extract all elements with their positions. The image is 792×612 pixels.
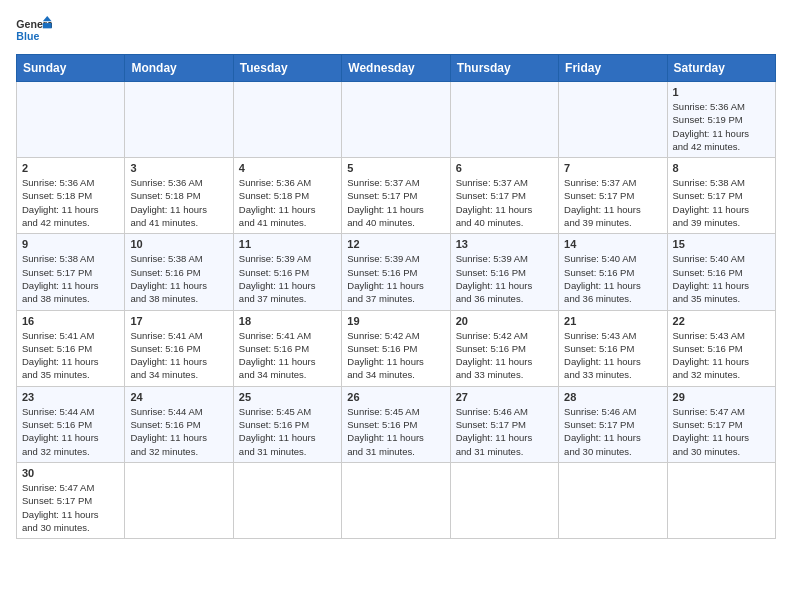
svg-marker-3: [43, 23, 52, 28]
calendar-cell: 23Sunrise: 5:44 AM Sunset: 5:16 PM Dayli…: [17, 386, 125, 462]
day-number: 16: [22, 315, 119, 327]
weekday-header-tuesday: Tuesday: [233, 55, 341, 82]
page-header: General Blue: [16, 16, 776, 46]
calendar-cell: 8Sunrise: 5:38 AM Sunset: 5:17 PM Daylig…: [667, 158, 775, 234]
calendar-cell: 24Sunrise: 5:44 AM Sunset: 5:16 PM Dayli…: [125, 386, 233, 462]
calendar-week-row: 23Sunrise: 5:44 AM Sunset: 5:16 PM Dayli…: [17, 386, 776, 462]
day-number: 5: [347, 162, 444, 174]
day-info: Sunrise: 5:38 AM Sunset: 5:17 PM Dayligh…: [22, 252, 119, 305]
calendar-cell: 13Sunrise: 5:39 AM Sunset: 5:16 PM Dayli…: [450, 234, 558, 310]
calendar-cell: 29Sunrise: 5:47 AM Sunset: 5:17 PM Dayli…: [667, 386, 775, 462]
day-info: Sunrise: 5:36 AM Sunset: 5:18 PM Dayligh…: [239, 176, 336, 229]
calendar-cell: 5Sunrise: 5:37 AM Sunset: 5:17 PM Daylig…: [342, 158, 450, 234]
day-info: Sunrise: 5:45 AM Sunset: 5:16 PM Dayligh…: [347, 405, 444, 458]
calendar-cell: 26Sunrise: 5:45 AM Sunset: 5:16 PM Dayli…: [342, 386, 450, 462]
day-number: 4: [239, 162, 336, 174]
calendar-table: SundayMondayTuesdayWednesdayThursdayFrid…: [16, 54, 776, 539]
day-info: Sunrise: 5:36 AM Sunset: 5:18 PM Dayligh…: [22, 176, 119, 229]
calendar-week-row: 2Sunrise: 5:36 AM Sunset: 5:18 PM Daylig…: [17, 158, 776, 234]
calendar-week-row: 30Sunrise: 5:47 AM Sunset: 5:17 PM Dayli…: [17, 462, 776, 538]
calendar-week-row: 16Sunrise: 5:41 AM Sunset: 5:16 PM Dayli…: [17, 310, 776, 386]
day-number: 25: [239, 391, 336, 403]
calendar-week-row: 1Sunrise: 5:36 AM Sunset: 5:19 PM Daylig…: [17, 82, 776, 158]
calendar-cell: 3Sunrise: 5:36 AM Sunset: 5:18 PM Daylig…: [125, 158, 233, 234]
day-number: 1: [673, 86, 770, 98]
calendar-cell: 11Sunrise: 5:39 AM Sunset: 5:16 PM Dayli…: [233, 234, 341, 310]
day-info: Sunrise: 5:36 AM Sunset: 5:18 PM Dayligh…: [130, 176, 227, 229]
calendar-cell: 30Sunrise: 5:47 AM Sunset: 5:17 PM Dayli…: [17, 462, 125, 538]
day-number: 13: [456, 238, 553, 250]
calendar-cell: [559, 82, 667, 158]
day-number: 2: [22, 162, 119, 174]
day-info: Sunrise: 5:46 AM Sunset: 5:17 PM Dayligh…: [564, 405, 661, 458]
calendar-cell: [342, 462, 450, 538]
calendar-cell: [125, 462, 233, 538]
calendar-cell: 18Sunrise: 5:41 AM Sunset: 5:16 PM Dayli…: [233, 310, 341, 386]
calendar-cell: 25Sunrise: 5:45 AM Sunset: 5:16 PM Dayli…: [233, 386, 341, 462]
calendar-cell: [17, 82, 125, 158]
day-number: 12: [347, 238, 444, 250]
calendar-cell: 10Sunrise: 5:38 AM Sunset: 5:16 PM Dayli…: [125, 234, 233, 310]
weekday-header-wednesday: Wednesday: [342, 55, 450, 82]
day-info: Sunrise: 5:46 AM Sunset: 5:17 PM Dayligh…: [456, 405, 553, 458]
day-number: 22: [673, 315, 770, 327]
day-number: 24: [130, 391, 227, 403]
day-info: Sunrise: 5:42 AM Sunset: 5:16 PM Dayligh…: [347, 329, 444, 382]
day-info: Sunrise: 5:37 AM Sunset: 5:17 PM Dayligh…: [456, 176, 553, 229]
day-number: 19: [347, 315, 444, 327]
day-info: Sunrise: 5:39 AM Sunset: 5:16 PM Dayligh…: [239, 252, 336, 305]
calendar-cell: [559, 462, 667, 538]
calendar-week-row: 9Sunrise: 5:38 AM Sunset: 5:17 PM Daylig…: [17, 234, 776, 310]
calendar-cell: 9Sunrise: 5:38 AM Sunset: 5:17 PM Daylig…: [17, 234, 125, 310]
calendar-cell: [342, 82, 450, 158]
day-number: 26: [347, 391, 444, 403]
logo: General Blue: [16, 16, 52, 46]
day-info: Sunrise: 5:41 AM Sunset: 5:16 PM Dayligh…: [239, 329, 336, 382]
calendar-cell: 4Sunrise: 5:36 AM Sunset: 5:18 PM Daylig…: [233, 158, 341, 234]
day-number: 30: [22, 467, 119, 479]
calendar-cell: 20Sunrise: 5:42 AM Sunset: 5:16 PM Dayli…: [450, 310, 558, 386]
day-number: 17: [130, 315, 227, 327]
day-number: 23: [22, 391, 119, 403]
weekday-header-saturday: Saturday: [667, 55, 775, 82]
calendar-cell: 17Sunrise: 5:41 AM Sunset: 5:16 PM Dayli…: [125, 310, 233, 386]
day-number: 15: [673, 238, 770, 250]
day-number: 10: [130, 238, 227, 250]
day-info: Sunrise: 5:42 AM Sunset: 5:16 PM Dayligh…: [456, 329, 553, 382]
day-info: Sunrise: 5:44 AM Sunset: 5:16 PM Dayligh…: [22, 405, 119, 458]
calendar-cell: 1Sunrise: 5:36 AM Sunset: 5:19 PM Daylig…: [667, 82, 775, 158]
day-info: Sunrise: 5:41 AM Sunset: 5:16 PM Dayligh…: [130, 329, 227, 382]
calendar-cell: [233, 82, 341, 158]
day-number: 27: [456, 391, 553, 403]
calendar-cell: 12Sunrise: 5:39 AM Sunset: 5:16 PM Dayli…: [342, 234, 450, 310]
day-number: 28: [564, 391, 661, 403]
day-info: Sunrise: 5:38 AM Sunset: 5:16 PM Dayligh…: [130, 252, 227, 305]
calendar-cell: [233, 462, 341, 538]
day-info: Sunrise: 5:40 AM Sunset: 5:16 PM Dayligh…: [673, 252, 770, 305]
weekday-header-friday: Friday: [559, 55, 667, 82]
calendar-cell: [125, 82, 233, 158]
day-number: 20: [456, 315, 553, 327]
calendar-cell: 2Sunrise: 5:36 AM Sunset: 5:18 PM Daylig…: [17, 158, 125, 234]
day-info: Sunrise: 5:43 AM Sunset: 5:16 PM Dayligh…: [564, 329, 661, 382]
day-info: Sunrise: 5:37 AM Sunset: 5:17 PM Dayligh…: [347, 176, 444, 229]
day-info: Sunrise: 5:45 AM Sunset: 5:16 PM Dayligh…: [239, 405, 336, 458]
calendar-cell: [667, 462, 775, 538]
calendar-cell: 6Sunrise: 5:37 AM Sunset: 5:17 PM Daylig…: [450, 158, 558, 234]
day-number: 8: [673, 162, 770, 174]
calendar-cell: 21Sunrise: 5:43 AM Sunset: 5:16 PM Dayli…: [559, 310, 667, 386]
calendar-cell: [450, 82, 558, 158]
day-number: 18: [239, 315, 336, 327]
day-info: Sunrise: 5:39 AM Sunset: 5:16 PM Dayligh…: [347, 252, 444, 305]
day-number: 9: [22, 238, 119, 250]
day-number: 6: [456, 162, 553, 174]
day-number: 7: [564, 162, 661, 174]
day-info: Sunrise: 5:40 AM Sunset: 5:16 PM Dayligh…: [564, 252, 661, 305]
calendar-cell: 7Sunrise: 5:37 AM Sunset: 5:17 PM Daylig…: [559, 158, 667, 234]
weekday-header-monday: Monday: [125, 55, 233, 82]
calendar-header-row: SundayMondayTuesdayWednesdayThursdayFrid…: [17, 55, 776, 82]
calendar-cell: 28Sunrise: 5:46 AM Sunset: 5:17 PM Dayli…: [559, 386, 667, 462]
day-number: 21: [564, 315, 661, 327]
weekday-header-thursday: Thursday: [450, 55, 558, 82]
day-number: 3: [130, 162, 227, 174]
